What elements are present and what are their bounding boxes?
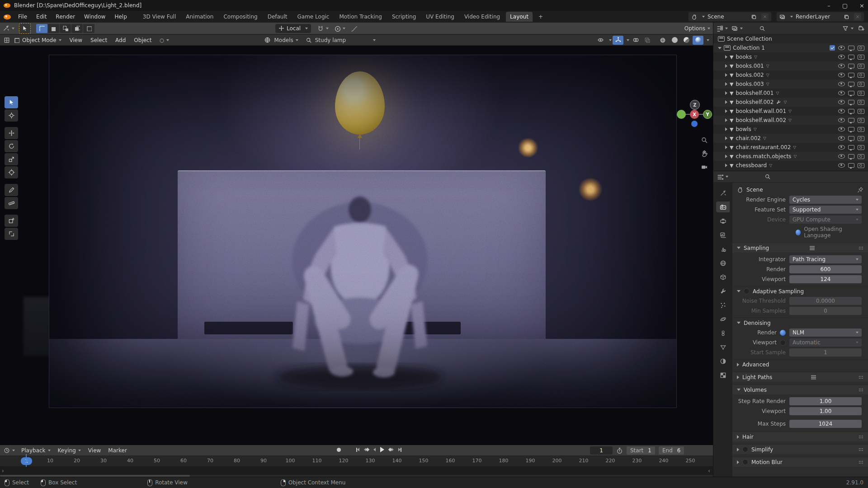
outliner-filter-dropdown[interactable] <box>842 25 854 32</box>
prev-keyframe-button[interactable] <box>364 448 369 451</box>
tool-annotate[interactable] <box>5 184 18 196</box>
hide-eye-icon[interactable] <box>838 64 845 68</box>
object-name[interactable]: bookshelf.wall.002 <box>736 117 786 123</box>
viewport-3d[interactable]: Z X Y <box>0 46 713 445</box>
object-name[interactable]: books <box>736 54 752 60</box>
section-sampling[interactable]: Sampling <box>732 243 868 253</box>
new-collection-button[interactable] <box>858 25 865 32</box>
denoise-render-checkbox[interactable] <box>780 330 786 336</box>
render-layer-selector[interactable]: RenderLayer <box>776 12 864 22</box>
object-name[interactable]: bookshelf.002 <box>736 99 774 105</box>
hide-render-icon[interactable] <box>858 55 864 60</box>
outliner-row-collection[interactable]: Collection 1 <box>713 43 868 52</box>
volumes-viewport-field[interactable]: 1.00 <box>789 407 862 415</box>
transform-orientation-dropdown[interactable]: Local <box>275 24 311 33</box>
frame-start-field[interactable]: Start 1 <box>627 446 655 455</box>
options-dropdown[interactable]: Options <box>684 25 710 32</box>
min-samples-field[interactable]: 0 <box>789 307 862 315</box>
select-box-mode-button[interactable] <box>36 24 47 33</box>
blender-app-icon[interactable] <box>4 14 11 19</box>
navigation-gizmo[interactable]: Z X Y <box>676 96 713 132</box>
copies-icon[interactable] <box>751 14 757 20</box>
scene-selector[interactable]: Scene <box>688 12 772 22</box>
viewport-menu-view[interactable]: View <box>70 37 82 43</box>
outliner-row-object[interactable]: ▼ bookshelf.wall.001▽ <box>713 107 868 116</box>
device-dropdown[interactable]: GPU Compute <box>789 216 862 224</box>
denoise-viewport-checkbox[interactable] <box>780 340 786 346</box>
feature-set-dropdown[interactable]: Supported <box>789 206 862 214</box>
expand-region-arrow[interactable]: › <box>2 468 4 474</box>
chevron-down-icon[interactable] <box>373 39 376 41</box>
close-button[interactable]: × <box>859 2 864 9</box>
hide-render-icon[interactable] <box>858 127 864 132</box>
hide-render-icon[interactable] <box>858 73 864 78</box>
tab-material[interactable] <box>716 356 730 366</box>
tool-transform[interactable] <box>5 166 18 178</box>
expand-arrow-icon[interactable] <box>725 55 727 59</box>
hide-eye-icon[interactable] <box>838 55 845 59</box>
hide-eye-icon[interactable] <box>838 136 845 141</box>
tab-texture[interactable] <box>716 370 730 380</box>
osl-checkbox[interactable] <box>796 230 801 235</box>
select-intersect-mode-button[interactable] <box>83 24 94 33</box>
viewport-menu-add[interactable]: Add <box>115 37 126 43</box>
collection-checkbox[interactable] <box>830 45 835 51</box>
hide-viewport-icon[interactable] <box>848 55 854 59</box>
hide-eye-icon[interactable] <box>838 46 845 50</box>
preset-icon[interactable] <box>811 377 816 378</box>
section-advanced[interactable]: Advanced <box>732 359 868 369</box>
hide-eye-icon[interactable] <box>838 118 845 122</box>
workspace-tab[interactable]: 3D View Full <box>139 12 180 22</box>
hide-viewport-icon[interactable] <box>848 154 854 159</box>
expand-arrow-icon[interactable] <box>725 155 727 158</box>
timeline-tracks[interactable]: › ‹ <box>0 467 713 477</box>
motion-blur-checkbox[interactable] <box>742 459 748 465</box>
axis-x-ball[interactable]: X <box>690 110 699 119</box>
axis-z-ball[interactable]: Z <box>690 100 700 110</box>
workspace-tab[interactable]: UV Editing <box>422 12 458 22</box>
outliner-search-button[interactable] <box>759 25 765 32</box>
properties-editor-type-button[interactable] <box>717 174 728 180</box>
asset-category-dropdown[interactable]: Models <box>264 37 298 43</box>
tool-rotate[interactable] <box>5 140 18 152</box>
tab-tool[interactable] <box>716 188 730 198</box>
section-simplify[interactable]: Simplify <box>732 444 868 454</box>
hide-eye-icon[interactable] <box>838 73 845 77</box>
tool-cursor[interactable] <box>5 109 18 122</box>
shading-rendered-button[interactable] <box>693 36 703 45</box>
viewport-pan-button[interactable] <box>698 148 710 160</box>
menu-help[interactable]: Help <box>114 14 127 20</box>
hide-render-icon[interactable] <box>858 154 864 159</box>
maximize-button[interactable]: ▢ <box>842 2 848 9</box>
object-name[interactable]: chair.002 <box>736 135 760 141</box>
object-name[interactable]: chess.match,objects <box>736 153 791 160</box>
tab-world[interactable] <box>716 258 730 268</box>
hide-render-icon[interactable] <box>858 136 864 141</box>
simplify-checkbox[interactable] <box>742 446 748 452</box>
step-rate-field[interactable]: 1.00 <box>789 397 862 405</box>
expand-arrow-icon[interactable] <box>725 91 727 95</box>
tool-select-box[interactable] <box>5 96 18 108</box>
timeline-menu-playback[interactable]: Playback <box>21 447 51 454</box>
outliner-row-object[interactable]: ▼ bookshelf.001▽ <box>713 89 868 98</box>
hide-viewport-icon[interactable] <box>848 82 854 86</box>
collection-name[interactable]: Collection 1 <box>733 45 765 51</box>
hide-eye-icon[interactable] <box>838 82 845 86</box>
unlink-scene-button[interactable] <box>761 13 769 20</box>
minimize-button[interactable]: – <box>827 2 830 9</box>
hide-render-icon[interactable] <box>858 91 864 96</box>
tab-object[interactable] <box>716 272 730 282</box>
outliner-row-object[interactable]: ▼ chair.restaurant.002▽ <box>713 143 868 152</box>
preset-icon[interactable] <box>810 248 815 249</box>
hide-viewport-icon[interactable] <box>848 109 854 113</box>
xray-toggle-button[interactable] <box>642 36 653 45</box>
outliner-row-object[interactable]: ▼ bowls▽ <box>713 125 868 134</box>
hide-render-icon[interactable] <box>858 82 864 87</box>
hide-render-icon[interactable] <box>858 109 864 114</box>
hide-viewport-icon[interactable] <box>848 118 854 122</box>
section-denoising[interactable]: Denoising <box>732 318 868 328</box>
tab-constraints[interactable] <box>716 328 730 338</box>
timeline-menu-marker[interactable]: Marker <box>108 447 127 454</box>
tab-modifiers[interactable] <box>716 286 730 296</box>
hide-eye-icon[interactable] <box>838 154 845 159</box>
